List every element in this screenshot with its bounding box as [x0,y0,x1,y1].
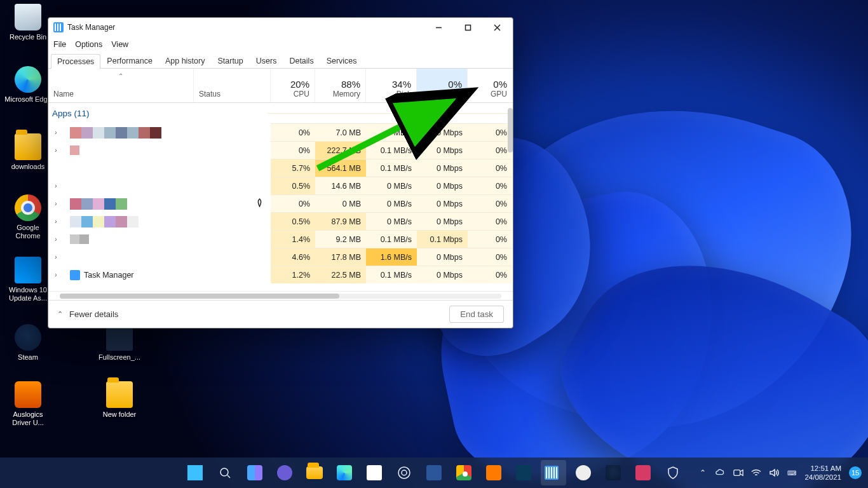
cell-cpu: 0% [271,123,315,141]
tray-chevron-icon[interactable]: ⌃ [698,468,708,478]
tab-startup[interactable]: Startup [211,53,249,68]
store-button[interactable] [362,460,387,485]
horizontal-scrollbar[interactable] [48,291,513,300]
taskmgr-button[interactable] [541,460,566,485]
tab-users[interactable]: Users [250,53,283,68]
cell-net: 0 Mbps [417,248,468,266]
process-list[interactable]: Apps (11) ›0%7.0 MB0 MB/s0 Mbps0%›0%222.… [48,103,513,291]
expand-icon[interactable]: › [52,129,60,136]
security-button[interactable] [660,460,686,485]
process-row[interactable]: 5.7%564.1 MB0.1 MB/s0 Mbps0% [48,159,513,177]
desktop-icon-fullscreen[interactable]: Fullscreen_... [95,324,144,362]
col-name[interactable]: ⌃ Name [48,69,194,102]
start-button[interactable] [182,460,208,485]
chat-button[interactable] [272,460,297,485]
col-status[interactable]: Status [194,69,271,102]
end-task-button[interactable]: End task [449,306,504,323]
tab-processes[interactable]: Processes [51,54,100,69]
col-cpu[interactable]: 20%CPU [271,69,315,102]
col-memory[interactable]: 88%Memory [315,69,366,102]
process-row[interactable]: ›0%222.7 MB0.1 MB/s0 Mbps0% [48,141,513,159]
maximize-button[interactable] [453,18,482,37]
tab-performance[interactable]: Performance [100,53,159,68]
steam-button[interactable] [600,460,626,485]
process-row[interactable]: ›0%0 MB0 MB/s0 Mbps0% [48,194,513,212]
expand-icon[interactable]: › [52,200,60,207]
col-gpu[interactable]: 0%GPU [468,69,512,102]
close-button[interactable] [482,18,512,37]
gpu-button[interactable] [511,460,536,485]
task-manager-window[interactable]: Task Manager File Options View Processes… [48,17,513,329]
menu-view[interactable]: View [111,40,128,49]
language-icon[interactable]: ⌨ [787,468,797,478]
cell-disk: 0.1 MB/s [366,230,417,248]
wifi-icon[interactable] [751,468,761,478]
process-row[interactable]: ›0.5%14.6 MB0 MB/s0 Mbps0% [48,177,513,194]
auslogics-button[interactable] [481,460,506,485]
settings-button[interactable] [391,460,417,485]
taskbar[interactable]: ⌃ ⌨ 12:51 AM 24/08/2021 15 [0,458,868,488]
expand-icon[interactable]: › [52,147,60,154]
tab-app-history[interactable]: App history [159,53,212,68]
edge-button[interactable] [332,460,357,485]
cell-disk: 0 MB/s [366,123,417,141]
menu-file[interactable]: File [53,40,66,49]
col-network[interactable]: 0%Network [417,69,468,102]
tab-services[interactable]: Services [320,53,363,68]
process-row[interactable]: ›0.5%87.9 MB0 MB/s0 Mbps0% [48,212,513,230]
process-row[interactable]: ›1.4%9.2 MB0.1 MB/s0.1 Mbps0% [48,230,513,248]
cell-net: 0.1 Mbps [417,230,468,248]
cell-disk: 0 MB/s [366,194,417,212]
desktop-icon-steam[interactable]: Steam [4,324,52,362]
svg-line-7 [227,475,230,478]
desktop-icon-auslogics[interactable]: Auslogics Driver U... [4,381,52,427]
desktop-icon-label: Fullscreen_... [95,353,144,362]
cell-gpu: 0% [468,194,512,212]
task-view-button[interactable] [242,460,268,485]
app2-button[interactable] [630,460,656,485]
onedrive-icon[interactable] [715,468,726,478]
desktop-icon-chrome[interactable]: Google Chrome [4,194,52,240]
fewer-details-link[interactable]: Fewer details [69,309,118,319]
system-tray[interactable]: ⌃ ⌨ 12:51 AM 24/08/2021 15 [698,464,862,482]
titlebar[interactable]: Task Manager [48,18,513,37]
cell-cpu: 0% [271,194,315,212]
expand-icon[interactable]: › [52,254,60,261]
process-row[interactable]: ›4.6%17.8 MB1.6 MB/s0 Mbps0% [48,248,513,266]
app1-button[interactable] [571,460,596,485]
desktop-icon-recycle-bin[interactable]: Recycle Bin [4,4,52,41]
desktop-icon-label: Auslogics Driver U... [4,410,52,427]
group-apps[interactable]: Apps (11) [48,103,513,123]
explorer-button[interactable] [302,460,327,485]
desktop-icon-edge[interactable]: Microsoft Edge [4,66,52,104]
menu-bar: File Options View [48,37,513,52]
expand-icon[interactable]: › [52,182,60,189]
desktop-icon-win10-update[interactable]: Windows 10 Update As... [4,257,52,302]
minimize-button[interactable] [424,18,453,37]
meet-now-icon[interactable] [733,468,743,478]
vertical-scrollbar[interactable] [508,108,513,152]
expand-icon[interactable]: › [52,236,60,243]
sort-indicator-icon: ⌃ [118,72,123,79]
search-button[interactable] [212,460,238,485]
tab-details[interactable]: Details [283,53,320,68]
notifications-badge[interactable]: 15 [849,466,862,479]
desktop-icon-label: New folder [95,410,144,419]
tab-bar: Processes Performance App history Startu… [48,52,513,69]
col-disk[interactable]: 34%Disk [366,69,417,102]
clock[interactable]: 12:51 AM 24/08/2021 [804,464,841,482]
process-row[interactable]: ›Task Manager1.2%22.5 MB0.1 MB/s0 Mbps0% [48,266,513,283]
desktop-icon-downloads[interactable]: downloads [4,133,52,171]
expand-icon[interactable]: › [52,218,60,225]
volume-icon[interactable] [769,468,779,478]
clock-time: 12:51 AM [804,464,841,473]
cell-net: 0 Mbps [417,123,468,141]
desktop-icon-new-folder[interactable]: New folder [95,381,144,419]
process-row[interactable]: ›0%7.0 MB0 MB/s0 Mbps0% [48,123,513,141]
cell-mem: 564.1 MB [315,159,366,177]
cell-cpu: 4.6% [271,248,315,266]
chrome-button[interactable] [451,460,477,485]
menu-options[interactable]: Options [75,40,102,49]
word-button[interactable] [421,460,447,485]
expand-icon[interactable]: › [52,271,60,278]
